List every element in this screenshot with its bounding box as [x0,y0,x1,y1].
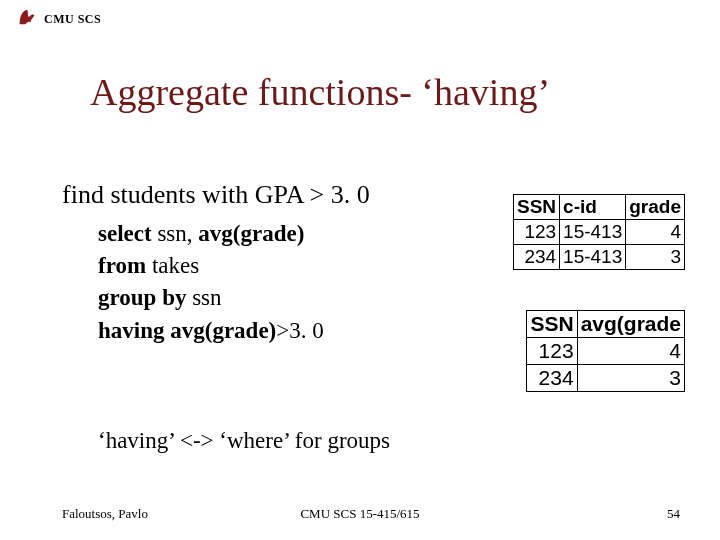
sql-block: select ssn, avg(grade) from takes group … [98,218,324,347]
sql-l3-rest: ssn [186,285,221,310]
kw-select: select [98,221,152,246]
table-header-row: SSN c-id grade [514,195,685,220]
sql-l4-tail: >3. 0 [276,318,323,343]
col-ssn: SSN [514,195,560,220]
cell: 123 [514,220,560,245]
result-table: SSN avg(grade 123 4 234 3 [526,310,685,392]
kw-avg1: avg(grade) [198,221,304,246]
cell: 4 [577,338,684,365]
lead-text: find students with GPA > 3. 0 [62,180,370,210]
sql-line-2: from takes [98,250,324,282]
kw-having: having [98,318,164,343]
cell: 3 [626,245,685,270]
cell: 123 [527,338,577,365]
sql-l1-rest: ssn, [152,221,199,246]
cell: 3 [577,365,684,392]
table-row: 234 15-413 3 [514,245,685,270]
cell: 4 [626,220,685,245]
sql-line-3: group by ssn [98,282,324,314]
table-row: 123 15-413 4 [514,220,685,245]
cell: 15-413 [560,245,626,270]
sql-line-4: having avg(grade)>3. 0 [98,315,324,347]
kw-avg2: avg(grade) [170,318,276,343]
table-row: 123 4 [527,338,685,365]
cell: 15-413 [560,220,626,245]
kw-from: from [98,253,146,278]
note-text: ‘having’ <-> ‘where’ for groups [98,428,390,454]
scotty-icon [16,6,38,32]
footer-authors: Faloutsos, Pavlo [62,506,148,522]
header: CMU SCS [16,6,101,32]
kw-groupby: group by [98,285,186,310]
takes-table: SSN c-id grade 123 15-413 4 234 15-413 3 [513,194,685,270]
cell: 234 [514,245,560,270]
sql-line-1: select ssn, avg(grade) [98,218,324,250]
col-avg: avg(grade [577,311,684,338]
col-cid: c-id [560,195,626,220]
header-label: CMU SCS [44,12,101,27]
footer-page: 54 [667,506,680,522]
col-ssn: SSN [527,311,577,338]
col-grade: grade [626,195,685,220]
slide-title: Aggregate functions- ‘having’ [90,70,550,114]
table-row: 234 3 [527,365,685,392]
cell: 234 [527,365,577,392]
sql-l2-rest: takes [146,253,199,278]
table-header-row: SSN avg(grade [527,311,685,338]
footer-course: CMU SCS 15-415/615 [300,506,419,522]
